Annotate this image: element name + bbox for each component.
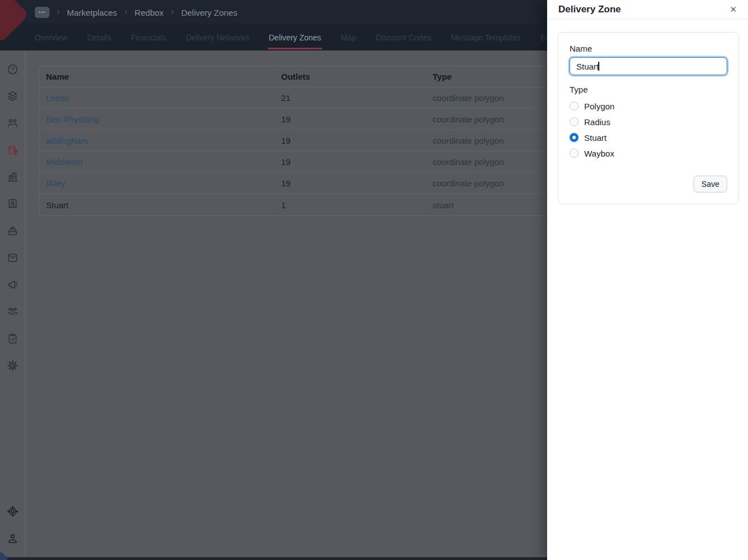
account-person-icon	[6, 532, 19, 545]
chevron-right-icon: ›	[125, 7, 127, 16]
radio-polygon[interactable]: Polygon	[570, 98, 727, 114]
zone-link-ilkley[interactable]: Ilkley	[46, 178, 65, 188]
sidebar-item-pos[interactable]	[4, 222, 21, 239]
sidebar-item-settings[interactable]	[4, 357, 21, 374]
radio-circle[interactable]	[570, 117, 579, 126]
radio-label[interactable]: Polygon	[584, 102, 614, 111]
sidebar-item-organisations[interactable]	[4, 168, 21, 185]
sidebar-item-account[interactable]	[4, 530, 21, 547]
radio-label[interactable]: Stuart	[584, 133, 607, 143]
tab-overview[interactable]: Overview	[35, 25, 67, 51]
sidebar-item-tasks[interactable]	[4, 330, 21, 347]
contact-receipt-icon	[6, 198, 19, 210]
outlets-count: 19	[274, 136, 426, 145]
text-caret	[598, 62, 599, 71]
sidebar-item-dashboard[interactable]	[4, 61, 21, 77]
tab-details[interactable]: Details	[87, 25, 111, 51]
outlets-count: 1	[274, 200, 426, 210]
radio-waybox[interactable]: Waybox	[570, 145, 727, 161]
sidebar-item-marketing[interactable]	[4, 276, 21, 293]
chevron-right-icon: ›	[171, 7, 174, 16]
zone-link-middleton[interactable]: Middleton	[46, 157, 82, 167]
customers-icon	[6, 117, 19, 130]
marketplace-store-pin-icon	[6, 144, 19, 157]
radio-radius[interactable]: Radius	[570, 114, 727, 130]
breadcrumb-redbox[interactable]: Redbox	[135, 8, 164, 17]
type-field-label: Type	[570, 85, 727, 94]
sidebar-item-support[interactable]	[4, 503, 21, 520]
tab-delivery-zones[interactable]: Delivery Zones	[269, 25, 321, 51]
delivery-zone-form: Name Type Polygon Radius Stuart Waybox	[558, 32, 739, 204]
radio-circle[interactable]	[570, 149, 579, 158]
breadcrumb-delivery-zones[interactable]: Delivery Zones	[181, 8, 237, 17]
outlets-count: 19	[274, 178, 426, 188]
radio-circle[interactable]	[570, 102, 579, 111]
zone-name-stuart: Stuart	[39, 200, 274, 210]
buildings-icon	[6, 171, 19, 183]
team-icon	[6, 305, 19, 318]
megaphone-icon	[6, 278, 19, 291]
cash-register-icon	[6, 224, 19, 237]
radio-circle[interactable]	[570, 133, 579, 142]
save-button[interactable]: Save	[694, 176, 727, 192]
tab-delivery-networks[interactable]: Delivery Networks	[186, 25, 249, 51]
breadcrumb-marketplaces[interactable]: Marketplaces	[67, 8, 117, 17]
chevron-right-icon: ›	[57, 7, 59, 16]
support-lifebuoy-icon	[6, 505, 19, 518]
close-icon[interactable]: ✕	[728, 4, 738, 15]
drawer-title: Delivery Zone	[558, 4, 621, 15]
dashboard-gauge-icon	[6, 63, 19, 76]
radio-label[interactable]: Radius	[584, 117, 611, 127]
tab-map[interactable]: Map	[341, 25, 356, 51]
tab-financials[interactable]: Financials	[131, 25, 166, 51]
zone-link-addingham[interactable]: addingham	[46, 136, 88, 145]
mail-icon	[6, 251, 19, 264]
clipboard-check-icon	[6, 332, 19, 345]
app-root: Overview Details Financials Delivery Net…	[0, 0, 748, 560]
radio-stuart[interactable]: Stuart	[570, 130, 727, 145]
settings-gear-icon	[6, 359, 19, 372]
sidebar-item-contacts[interactable]	[4, 195, 21, 212]
sidebar-item-layers[interactable]	[4, 88, 21, 104]
drawer-header: Delivery Zone ✕	[547, 0, 748, 19]
icon-sidebar	[0, 51, 25, 560]
column-header-outlets: Outlets	[274, 72, 426, 81]
radio-label[interactable]: Waybox	[584, 149, 614, 158]
ellipsis-menu-button[interactable]: •••	[35, 7, 49, 18]
sidebar-item-mail[interactable]	[4, 249, 21, 266]
zone-link-ben-rhydding[interactable]: Ben Rhydding	[46, 114, 99, 124]
layers-icon	[6, 90, 19, 103]
delivery-zone-drawer: Delivery Zone ✕ Name Type Polygon Radius…	[547, 0, 748, 560]
sidebar-item-customers[interactable]	[4, 114, 21, 131]
outlets-count: 21	[274, 93, 426, 103]
column-header-name: Name	[39, 72, 274, 81]
outlets-count: 19	[274, 157, 426, 167]
sidebar-item-marketplaces[interactable]	[4, 141, 21, 158]
zone-link-leeds[interactable]: Leeds	[46, 93, 69, 103]
tab-message-templates[interactable]: Message Templates	[451, 25, 520, 51]
name-field-label: Name	[570, 44, 727, 53]
sidebar-item-teams[interactable]	[4, 303, 21, 320]
name-input[interactable]	[570, 57, 727, 75]
outlets-count: 19	[274, 114, 426, 124]
tab-discount-codes[interactable]: Discount Codes	[376, 25, 432, 51]
breadcrumb: ••• › Marketplaces › Redbox › Delivery Z…	[35, 0, 237, 25]
